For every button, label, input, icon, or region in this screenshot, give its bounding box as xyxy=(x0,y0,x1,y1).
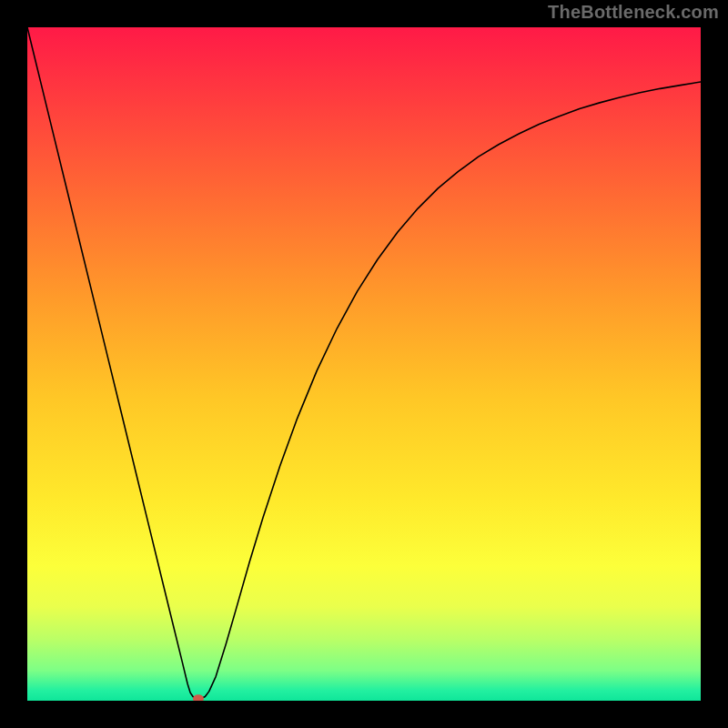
plot-area xyxy=(27,27,701,701)
chart-frame: TheBottleneck.com xyxy=(0,0,728,728)
chart-svg xyxy=(27,27,701,701)
watermark-text: TheBottleneck.com xyxy=(548,2,719,23)
chart-background xyxy=(27,27,701,701)
